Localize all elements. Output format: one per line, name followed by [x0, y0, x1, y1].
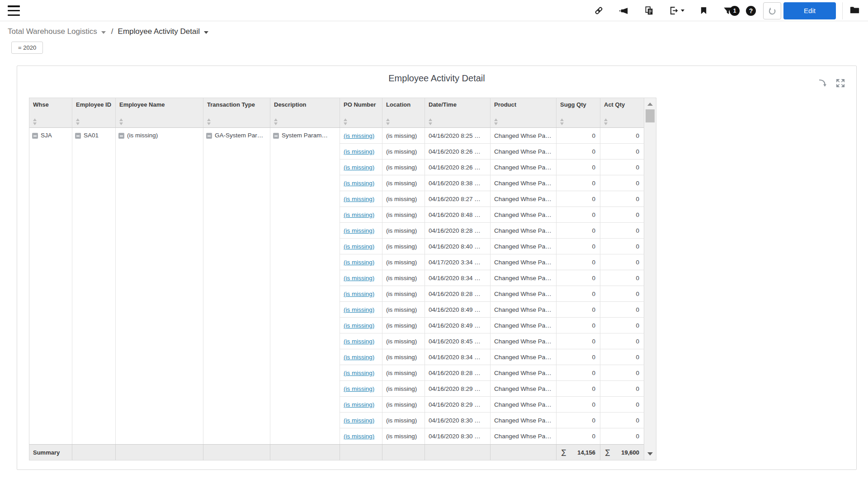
sort-control[interactable]	[604, 118, 609, 125]
collapse-icon[interactable]	[118, 133, 124, 139]
column-header-transaction-type[interactable]: Transaction Type	[203, 98, 270, 127]
chevron-down-icon[interactable]	[204, 31, 208, 34]
po-number-cell[interactable]: (is missing)	[340, 365, 382, 380]
collapse-icon[interactable]	[32, 133, 38, 139]
column-header-location[interactable]: Location	[382, 98, 425, 127]
sort-control[interactable]	[274, 118, 278, 125]
column-header-employee-id[interactable]: Employee ID	[72, 98, 116, 127]
po-number-cell[interactable]: (is missing)	[340, 207, 382, 222]
column-header-product[interactable]: Product	[491, 98, 557, 127]
po-number-cell[interactable]: (is missing)	[340, 333, 382, 349]
refresh-button[interactable]	[763, 2, 781, 19]
po-number-link[interactable]: (is missing)	[344, 401, 374, 408]
column-header-act-qty[interactable]: Act Qty	[600, 98, 644, 127]
po-number-link[interactable]: (is missing)	[344, 433, 374, 440]
edit-button[interactable]: Edit	[783, 2, 836, 19]
po-number-link[interactable]: (is missing)	[344, 243, 374, 250]
sort-desc-icon[interactable]	[604, 122, 608, 125]
po-number-link[interactable]: (is missing)	[344, 211, 374, 218]
po-number-link[interactable]: (is missing)	[344, 227, 374, 234]
po-number-link[interactable]: (is missing)	[344, 306, 374, 313]
po-number-cell[interactable]: (is missing)	[340, 270, 382, 286]
column-header-sugg-qty[interactable]: Sugg Qty	[557, 98, 600, 127]
po-number-link[interactable]: (is missing)	[344, 291, 374, 297]
sort-desc-icon[interactable]	[386, 122, 390, 125]
drill-arrow-icon[interactable]	[817, 78, 828, 90]
po-number-link[interactable]: (is missing)	[344, 370, 374, 376]
sort-desc-icon[interactable]	[76, 122, 80, 125]
sort-control[interactable]	[386, 118, 391, 125]
sort-desc-icon[interactable]	[494, 122, 498, 125]
po-number-cell[interactable]: (is missing)	[340, 349, 382, 365]
sort-asc-icon[interactable]	[33, 118, 37, 121]
po-number-link[interactable]: (is missing)	[344, 164, 374, 171]
po-number-cell[interactable]: (is missing)	[340, 239, 382, 254]
copy-icon[interactable]	[644, 6, 654, 15]
po-number-link[interactable]: (is missing)	[344, 275, 374, 282]
po-number-cell[interactable]: (is missing)	[340, 254, 382, 270]
column-header-date-time[interactable]: Date/Time	[425, 98, 491, 127]
help-icon[interactable]: ?	[746, 6, 756, 16]
po-number-link[interactable]: (is missing)	[344, 354, 374, 361]
export-icon[interactable]	[669, 6, 684, 15]
po-number-cell[interactable]: (is missing)	[340, 223, 382, 238]
scroll-down-icon[interactable]	[647, 452, 653, 455]
bookmark-icon[interactable]	[700, 6, 708, 15]
sort-control[interactable]	[33, 118, 38, 125]
sort-control[interactable]	[76, 118, 80, 125]
sort-desc-icon[interactable]	[429, 122, 432, 125]
filter-icon[interactable]: 1	[723, 6, 740, 16]
sort-control[interactable]	[119, 118, 124, 125]
sort-desc-icon[interactable]	[119, 122, 123, 125]
collapse-icon[interactable]	[75, 133, 81, 139]
scrollbar-thumb[interactable]	[646, 109, 655, 122]
po-number-cell[interactable]: (is missing)	[340, 397, 382, 412]
scroll-up-icon[interactable]	[647, 103, 653, 106]
sort-asc-icon[interactable]	[76, 118, 80, 121]
po-number-link[interactable]: (is missing)	[344, 385, 374, 392]
breadcrumb-current[interactable]: Employee Activity Detail	[118, 27, 200, 36]
sort-control[interactable]	[429, 118, 433, 125]
sort-desc-icon[interactable]	[33, 122, 37, 125]
sort-asc-icon[interactable]	[494, 118, 498, 121]
folder-icon[interactable]	[849, 5, 860, 17]
po-number-cell[interactable]: (is missing)	[340, 191, 382, 206]
menu-icon[interactable]	[8, 5, 20, 16]
po-number-link[interactable]: (is missing)	[344, 338, 374, 345]
vertical-scrollbar[interactable]	[644, 98, 656, 460]
po-number-link[interactable]: (is missing)	[344, 259, 374, 266]
po-number-cell[interactable]: (is missing)	[340, 286, 382, 301]
po-number-cell[interactable]: (is missing)	[340, 128, 382, 143]
po-number-link[interactable]: (is missing)	[344, 132, 374, 139]
sort-asc-icon[interactable]	[344, 118, 347, 121]
po-number-cell[interactable]: (is missing)	[340, 175, 382, 191]
sort-desc-icon[interactable]	[344, 122, 347, 125]
column-header-employee-name[interactable]: Employee Name	[116, 98, 203, 127]
po-number-link[interactable]: (is missing)	[344, 322, 374, 329]
fullscreen-icon[interactable]	[835, 78, 845, 90]
filter-chip-2020[interactable]: = 2020	[11, 42, 43, 54]
po-number-link[interactable]: (is missing)	[344, 417, 374, 424]
sort-control[interactable]	[560, 118, 565, 125]
po-number-link[interactable]: (is missing)	[344, 180, 374, 187]
announcement-icon[interactable]	[619, 6, 629, 16]
column-header-description[interactable]: Description	[270, 98, 340, 127]
sort-asc-icon[interactable]	[207, 118, 211, 121]
breadcrumb-dashboard[interactable]: Total Warehouse Logistics	[8, 27, 97, 36]
sort-control[interactable]	[494, 118, 499, 125]
po-number-cell[interactable]: (is missing)	[340, 318, 382, 333]
po-number-cell[interactable]: (is missing)	[340, 428, 382, 444]
sort-asc-icon[interactable]	[386, 118, 390, 121]
po-number-cell[interactable]: (is missing)	[340, 413, 382, 428]
sort-control[interactable]	[344, 118, 348, 125]
sort-asc-icon[interactable]	[604, 118, 608, 121]
link-icon[interactable]	[594, 6, 604, 15]
sort-desc-icon[interactable]	[207, 122, 211, 125]
sort-asc-icon[interactable]	[274, 118, 278, 121]
chevron-down-icon[interactable]	[101, 31, 106, 34]
po-number-link[interactable]: (is missing)	[344, 196, 374, 202]
collapse-icon[interactable]	[273, 133, 279, 139]
column-header-whse[interactable]: Whse	[29, 98, 72, 127]
sort-asc-icon[interactable]	[429, 118, 432, 121]
sort-asc-icon[interactable]	[560, 118, 564, 121]
